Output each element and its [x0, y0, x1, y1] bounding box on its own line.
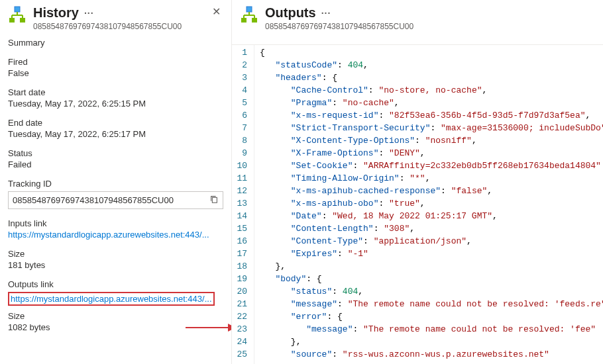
history-pane: History ··· 0858548769769743810794856785…: [0, 0, 232, 364]
end-date-label: End date: [8, 118, 223, 128]
line-number: 12: [236, 185, 247, 197]
code-line: "x-ms-apihub-cached-response": "false",: [260, 185, 603, 197]
outputs-header: Outputs ··· 0858548769769743810794856785…: [232, 0, 603, 38]
close-icon[interactable]: ✕: [209, 5, 223, 19]
inputs-size-label: Size: [8, 249, 223, 259]
svg-rect-7: [212, 197, 217, 203]
line-number: 25: [236, 348, 247, 361]
svg-rect-6: [20, 18, 25, 23]
code-line: "X-Content-Type-Options": "nosniff",: [260, 134, 603, 147]
inputs-link-label: Inputs link: [8, 218, 223, 228]
svg-rect-15: [241, 18, 247, 23]
outputs-link-label: Outputs link: [8, 279, 223, 289]
status-label: Status: [8, 148, 223, 158]
code-line: },: [260, 336, 603, 348]
line-number: 10: [236, 159, 247, 172]
code-line: "Cache-Control": "no-store, no-cache",: [260, 84, 603, 97]
code-editor[interactable]: 1234567891011121314151617181920212223242…: [232, 44, 603, 364]
code-line: {: [260, 46, 603, 59]
code-line: "Content-Type": "application/json",: [260, 235, 603, 248]
logic-app-icon: [8, 5, 27, 24]
fired-value: False: [8, 68, 223, 78]
line-number: 8: [236, 134, 247, 147]
tracking-id-label: Tracking ID: [8, 179, 223, 189]
svg-rect-16: [252, 18, 257, 23]
line-number: 21: [236, 298, 247, 310]
outputs-pane: Outputs ··· 0858548769769743810794856785…: [232, 0, 603, 364]
code-content[interactable]: { "statusCode": 404, "headers": { "Cache…: [254, 45, 603, 364]
line-number-gutter: 1234567891011121314151617181920212223242…: [232, 45, 254, 364]
code-line: "x-ms-request-id": "82f53ea6-356b-4f5d-9…: [260, 109, 603, 122]
code-line: "Expires": "-1": [260, 248, 603, 260]
code-line: },: [260, 260, 603, 273]
line-number: 11: [236, 172, 247, 185]
logic-app-icon: [240, 5, 258, 24]
line-number: 3: [236, 71, 247, 84]
line-number: 5: [236, 97, 247, 109]
start-date-label: Start date: [8, 87, 223, 97]
line-number: 18: [236, 260, 247, 273]
svg-rect-10: [247, 7, 252, 12]
code-line: "X-Frame-Options": "DENY",: [260, 147, 603, 159]
tracking-id-input[interactable]: [13, 195, 205, 205]
code-line: "Content-Length": "308",: [260, 222, 603, 235]
line-number: 1: [236, 46, 247, 59]
line-number: 16: [236, 235, 247, 248]
code-line: "status": 404,: [260, 285, 603, 298]
line-number: 13: [236, 197, 247, 210]
code-line: "Strict-Transport-Security": "max-age=31…: [260, 122, 603, 134]
line-number: 14: [236, 210, 247, 222]
outputs-link[interactable]: https://mystandardlogicapp.azurewebsites…: [11, 294, 212, 304]
svg-rect-0: [15, 7, 20, 12]
line-number: 22: [236, 310, 247, 323]
code-line: "Set-Cookie": "ARRAffinity=2c332eb0db5ff…: [260, 159, 603, 172]
inputs-size-value: 181 bytes: [8, 260, 223, 270]
line-number: 19: [236, 273, 247, 285]
code-line: "headers": {: [260, 71, 603, 84]
line-number: 17: [236, 248, 247, 260]
code-line: "statusCode": 404,: [260, 59, 603, 71]
start-date-value: Tuesday, May 17, 2022, 6:25:15 PM: [8, 99, 223, 109]
code-line: "x-ms-apihub-obo": "true",: [260, 197, 603, 210]
inputs-link[interactable]: https://mystandardlogicapp.azurewebsites…: [8, 230, 209, 240]
outputs-run-id: 08585487697697438107948567855CU00: [265, 22, 595, 31]
history-title: History: [33, 5, 79, 21]
svg-marker-9: [228, 324, 232, 332]
outputs-link-highlight: https://mystandardlogicapp.azurewebsites…: [8, 292, 215, 306]
outputs-title: Outputs: [265, 5, 316, 21]
line-number: 20: [236, 285, 247, 298]
end-date-value: Tuesday, May 17, 2022, 6:25:17 PM: [8, 129, 223, 139]
status-value: Failed: [8, 159, 223, 169]
summary-label: Summary: [8, 38, 223, 48]
line-number: 24: [236, 336, 247, 348]
code-line: "error": {: [260, 310, 603, 323]
line-number: 7: [236, 122, 247, 134]
line-number: 6: [236, 109, 247, 122]
history-more-icon[interactable]: ···: [84, 8, 94, 19]
tracking-id-row: [8, 191, 223, 209]
code-line: "body": {: [260, 273, 603, 285]
code-line: "Date": "Wed, 18 May 2022 01:25:17 GMT",: [260, 210, 603, 222]
code-line: "source": "rss-wus.azconn-wus.p.azureweb…: [260, 348, 603, 361]
line-number: 23: [236, 323, 247, 336]
history-run-id: 08585487697697438107948567855CU00: [33, 22, 203, 31]
outputs-size-value: 1082 bytes: [8, 322, 223, 332]
outputs-more-icon[interactable]: ···: [321, 8, 331, 19]
outputs-size-label: Size: [8, 311, 223, 321]
history-header: History ··· 0858548769769743810794856785…: [8, 5, 223, 31]
code-line: "Timing-Allow-Origin": "*",: [260, 172, 603, 185]
fired-label: Fired: [8, 57, 223, 67]
line-number: 4: [236, 84, 247, 97]
line-number: 2: [236, 59, 247, 71]
code-line: "Pragma": "no-cache",: [260, 97, 603, 109]
code-line: "message": "The remote name could not be…: [260, 298, 603, 310]
line-number: 15: [236, 222, 247, 235]
line-number: 9: [236, 147, 247, 159]
svg-rect-5: [9, 18, 15, 23]
code-line: "message": "The remote name could not be…: [260, 323, 603, 336]
copy-icon[interactable]: [209, 195, 219, 206]
